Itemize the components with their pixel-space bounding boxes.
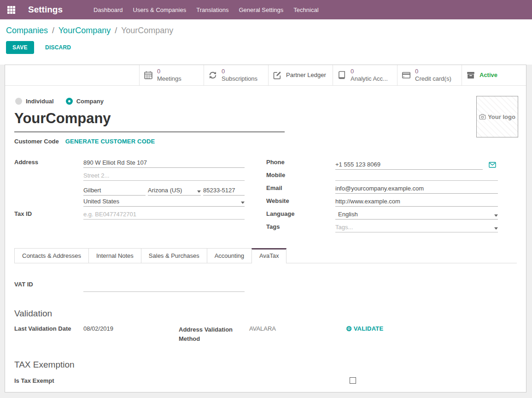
- validation-row: Last Validation Date 08/02/2019 Address …: [14, 325, 517, 343]
- company-name-input[interactable]: YourCompany: [14, 110, 285, 132]
- address-column: Address 890 W Elliot Rd Ste 107 Street 2…: [14, 157, 245, 234]
- email-input[interactable]: info@yourcompany.example.com: [335, 183, 498, 194]
- app-title[interactable]: Settings: [28, 5, 63, 15]
- tags-label: Tags: [266, 221, 335, 234]
- radio-individual[interactable]: Individual: [15, 98, 54, 105]
- state-select[interactable]: Arizona (US): [148, 183, 201, 196]
- breadcrumb-companies[interactable]: Companies: [6, 26, 48, 35]
- tax-id-input[interactable]: e.g. BE0477472701: [83, 211, 136, 218]
- radio-individual-icon[interactable]: [15, 98, 22, 105]
- meetings-button[interactable]: 0 Meetings: [139, 65, 204, 85]
- tab-accounting[interactable]: Accounting: [207, 248, 252, 263]
- radio-individual-label: Individual: [26, 98, 54, 105]
- street2-input[interactable]: Street 2...: [83, 172, 109, 179]
- archive-icon: [466, 71, 475, 80]
- chevron-down-icon[interactable]: [494, 214, 498, 217]
- city-input[interactable]: Gilbert: [83, 183, 146, 196]
- is-tax-exempt-label: Is Tax Exempt: [14, 377, 83, 384]
- top-navbar: Settings Dashboard Users & Companies Tra…: [0, 0, 532, 19]
- contact-column: Phone +1 555 123 8069 Mobile: [266, 157, 498, 234]
- is-tax-exempt-row: Is Tax Exempt: [14, 377, 517, 387]
- control-panel: Companies / YourCompany / YourCompany SA…: [0, 19, 532, 65]
- tab-avatax[interactable]: AvaTax: [251, 248, 286, 263]
- company-logo-upload[interactable]: Your logo: [476, 96, 518, 137]
- calendar-icon: [144, 71, 153, 80]
- partner-ledger-button[interactable]: Partner Ledger: [268, 65, 333, 85]
- tags-select[interactable]: Tags...: [335, 221, 498, 232]
- nav-item-technical[interactable]: Technical: [288, 0, 323, 19]
- breadcrumb-yourcompany[interactable]: YourCompany: [58, 26, 111, 35]
- tab-internal-notes[interactable]: Internal Notes: [88, 248, 141, 263]
- breadcrumb: Companies / YourCompany / YourCompany: [6, 26, 525, 36]
- analytic-accounts-button[interactable]: 0 Analytic Acc...: [333, 65, 397, 85]
- partner-ledger-label: Partner Ledger: [286, 71, 326, 79]
- tab-contacts-addresses[interactable]: Contacts & Addresses: [14, 248, 89, 263]
- camera-icon: [479, 114, 486, 120]
- country-select[interactable]: United States: [83, 196, 245, 207]
- street-input[interactable]: 890 W Elliot Rd Ste 107: [83, 157, 245, 168]
- customer-code-label: Customer Code: [14, 138, 59, 145]
- validation-heading: Validation: [14, 309, 517, 319]
- validate-button[interactable]: ⚙ VALIDATE: [346, 325, 383, 333]
- website-label: Website: [266, 196, 335, 208]
- analytic-accounts-label: Analytic Acc...: [351, 75, 388, 83]
- address-validation-method-label: Address Validation Method: [179, 325, 249, 343]
- breadcrumb-current: YourCompany: [121, 26, 173, 35]
- vat-id-label: VAT ID: [14, 279, 83, 292]
- tab-sales-purchases[interactable]: Sales & Purchases: [141, 248, 207, 263]
- contact-info-group: Address 890 W Elliot Rd Ste 107 Street 2…: [14, 157, 517, 234]
- subscriptions-label: Subscriptions: [222, 75, 257, 83]
- language-select[interactable]: English: [335, 208, 498, 220]
- save-button[interactable]: SAVE: [6, 41, 34, 54]
- action-buttons: SAVE DISCARD: [6, 41, 525, 54]
- content-area: 0 Meetings 0 Subscriptions: [0, 65, 532, 398]
- website-input[interactable]: http://www.example.com: [335, 196, 498, 207]
- active-toggle-button[interactable]: Active: [462, 65, 526, 85]
- nav-item-dashboard[interactable]: Dashboard: [88, 0, 128, 19]
- chevron-down-icon[interactable]: [197, 190, 201, 193]
- breadcrumb-separator: /: [113, 26, 119, 35]
- mobile-input[interactable]: [335, 170, 498, 181]
- language-label: Language: [266, 208, 335, 221]
- breadcrumb-separator: /: [50, 26, 56, 35]
- form-body: Your logo Individual Company YourCompany…: [5, 86, 526, 387]
- credit-cards-button[interactable]: 0 Credit card(s): [397, 65, 462, 85]
- nav-item-users-companies[interactable]: Users & Companies: [128, 0, 192, 19]
- nav-item-general-settings[interactable]: General Settings: [234, 0, 289, 19]
- subscriptions-button[interactable]: 0 Subscriptions: [204, 65, 268, 85]
- address-label: Address: [14, 157, 83, 170]
- analytic-accounts-count: 0: [351, 68, 388, 75]
- last-validation-date-value[interactable]: 08/02/2019: [83, 325, 179, 343]
- credit-card-icon: [402, 71, 411, 80]
- address-validation-method-value: AVALARA: [249, 325, 346, 343]
- gears-icon: ⚙: [346, 325, 352, 332]
- last-validation-date-label: Last Validation Date: [14, 325, 83, 343]
- form-sheet: 0 Meetings 0 Subscriptions: [5, 65, 526, 392]
- email-label: Email: [266, 183, 335, 196]
- chevron-down-icon[interactable]: [494, 227, 498, 230]
- discard-button[interactable]: DISCARD: [45, 44, 71, 51]
- zip-input[interactable]: 85233-5127: [203, 183, 245, 196]
- chevron-down-icon[interactable]: [241, 202, 245, 204]
- nav-item-translations[interactable]: Translations: [191, 0, 234, 19]
- is-tax-exempt-checkbox[interactable]: [350, 377, 356, 384]
- sms-envelope-icon[interactable]: [489, 161, 496, 168]
- logo-placeholder-label: Your logo: [488, 113, 515, 120]
- active-label: Active: [479, 71, 497, 79]
- radio-company-label: Company: [76, 98, 104, 105]
- apps-menu-icon[interactable]: [7, 6, 15, 14]
- nav-menu: Dashboard Users & Companies Translations…: [88, 0, 324, 19]
- meetings-count: 0: [157, 68, 181, 75]
- tax-id-label: Tax ID: [14, 208, 83, 221]
- edit-icon: [273, 71, 282, 80]
- notebook-tabs: Contacts & Addresses Internal Notes Sale…: [14, 248, 517, 263]
- avatax-tab-content: VAT ID Validation Last Validation Date 0…: [14, 279, 517, 387]
- customer-code-row: Customer Code GENERATE CUSTOMER CODE: [14, 138, 517, 145]
- generate-customer-code-button[interactable]: GENERATE CUSTOMER CODE: [65, 138, 155, 145]
- subscriptions-count: 0: [222, 68, 257, 75]
- vat-id-input[interactable]: [83, 279, 245, 292]
- phone-input[interactable]: +1 555 123 8069: [335, 159, 483, 170]
- radio-company-icon[interactable]: [66, 98, 73, 105]
- book-icon: [337, 71, 346, 80]
- radio-company[interactable]: Company: [66, 98, 104, 105]
